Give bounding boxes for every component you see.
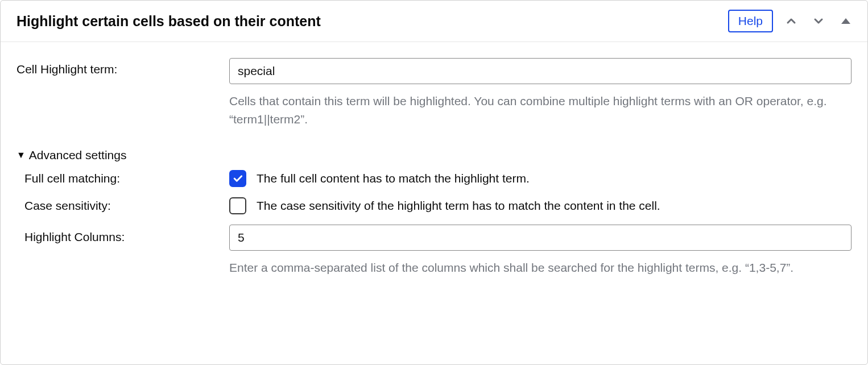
highlight-term-help: Cells that contain this term will be hig… — [229, 92, 852, 128]
highlight-columns-help: Enter a comma-separated list of the colu… — [229, 259, 852, 277]
full-match-checkbox[interactable] — [229, 170, 246, 187]
highlight-columns-input[interactable] — [229, 225, 852, 251]
full-match-label: Full cell matching: — [16, 172, 229, 185]
highlight-columns-label: Highlight Columns: — [16, 225, 229, 244]
move-down-button[interactable] — [809, 12, 828, 30]
collapse-button[interactable] — [837, 12, 855, 30]
full-match-control: The full cell content has to match the h… — [229, 170, 852, 187]
panel-header: Highlight certain cells based on their c… — [1, 1, 867, 42]
full-match-row: Full cell matching: The full cell conten… — [16, 170, 852, 187]
highlight-columns-row: Highlight Columns: Enter a comma-separat… — [16, 225, 852, 277]
highlight-term-row: Cell Highlight term: Cells that contain … — [16, 58, 852, 128]
highlight-term-input[interactable] — [229, 58, 852, 84]
case-sens-checkbox[interactable] — [229, 197, 246, 214]
chevron-up-icon — [784, 14, 798, 28]
move-up-button[interactable] — [782, 12, 800, 30]
highlight-columns-control: Enter a comma-separated list of the colu… — [229, 225, 852, 277]
chevron-down-icon — [812, 14, 825, 28]
case-sens-control: The case sensitivity of the highlight te… — [229, 197, 852, 214]
full-match-desc: The full cell content has to match the h… — [257, 172, 530, 185]
advanced-settings-label: Advanced settings — [29, 148, 127, 162]
help-button[interactable]: Help — [728, 10, 773, 32]
highlight-term-label: Cell Highlight term: — [16, 58, 229, 76]
advanced-settings-toggle[interactable]: ▼ Advanced settings — [16, 148, 852, 162]
check-icon — [232, 173, 243, 184]
case-sens-row: Case sensitivity: The case sensitivity o… — [16, 197, 852, 214]
header-actions: Help — [728, 10, 855, 32]
case-sens-desc: The case sensitivity of the highlight te… — [257, 199, 660, 213]
triangle-up-icon — [839, 14, 853, 28]
highlight-term-control: Cells that contain this term will be hig… — [229, 58, 852, 128]
triangle-down-icon: ▼ — [16, 150, 26, 160]
highlight-panel: Highlight certain cells based on their c… — [0, 0, 868, 365]
panel-title: Highlight certain cells based on their c… — [16, 13, 321, 30]
panel-body: Cell Highlight term: Cells that contain … — [1, 42, 867, 293]
case-sens-label: Case sensitivity: — [16, 199, 229, 213]
